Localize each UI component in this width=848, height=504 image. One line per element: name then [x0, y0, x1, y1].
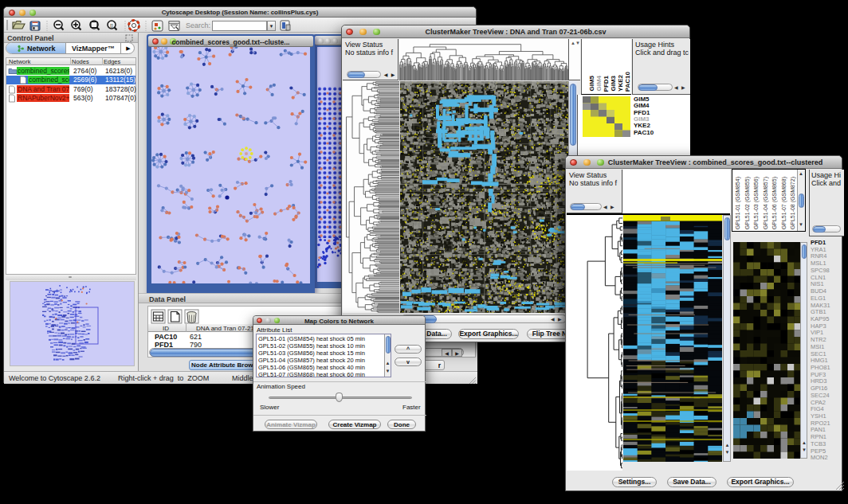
svg-text:[]: [] [110, 23, 113, 28]
